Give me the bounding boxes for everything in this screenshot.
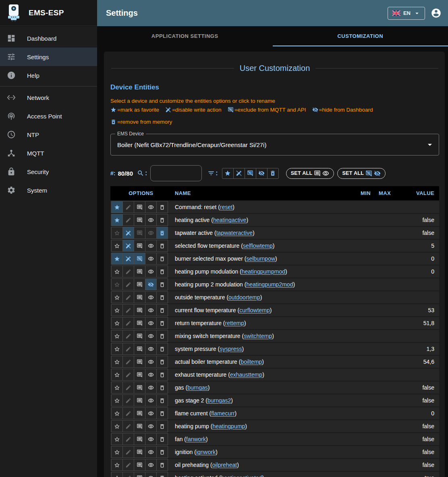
entity-code-link[interactable]: heatingpump2mod — [246, 281, 293, 288]
mqtt-toggle[interactable] — [134, 407, 145, 419]
mqtt-toggle[interactable] — [134, 369, 145, 381]
entity-code-link[interactable]: switchtemp — [244, 333, 272, 339]
favorite-toggle[interactable] — [111, 291, 123, 303]
favorite-toggle[interactable] — [111, 317, 123, 329]
mqtt-toggle[interactable] — [134, 317, 145, 329]
hide-toggle[interactable] — [145, 201, 157, 213]
sidebar-item-access-point[interactable]: Access Point — [0, 107, 97, 125]
mqtt-toggle[interactable] — [134, 330, 145, 342]
write-toggle[interactable] — [122, 240, 134, 252]
tab-customization[interactable]: CUSTOMIZATION — [273, 26, 448, 46]
remove-toggle[interactable] — [156, 201, 168, 213]
remove-toggle[interactable] — [156, 446, 168, 458]
bulk-toggle-comment-off[interactable] — [245, 168, 256, 179]
favorite-toggle[interactable] — [111, 253, 123, 265]
favorite-toggle[interactable] — [111, 330, 123, 342]
entity-code-link[interactable]: oilpreheat — [212, 462, 237, 468]
mqtt-toggle[interactable] — [134, 472, 145, 477]
ems-device-select[interactable]: EMS Device Boiler (Nefit GBx72/Trendline… — [110, 134, 439, 156]
search-input[interactable] — [150, 165, 202, 181]
hide-toggle[interactable] — [145, 446, 157, 458]
mqtt-toggle[interactable] — [134, 356, 145, 368]
favorite-toggle[interactable] — [111, 433, 123, 445]
write-toggle[interactable] — [122, 278, 134, 290]
entity-code-link[interactable]: heatingpump — [212, 423, 245, 429]
entity-code-link[interactable]: burngas2 — [207, 397, 231, 404]
entity-code-link[interactable]: selburnpow — [246, 255, 275, 262]
hide-toggle[interactable] — [145, 343, 157, 355]
hide-toggle[interactable] — [145, 214, 157, 226]
favorite-toggle[interactable] — [111, 382, 123, 394]
entity-code-link[interactable]: exhausttemp — [230, 371, 262, 378]
mqtt-toggle[interactable] — [134, 459, 145, 471]
favorite-toggle[interactable] — [111, 394, 123, 406]
remove-toggle[interactable] — [156, 382, 168, 394]
hide-toggle[interactable] — [145, 240, 157, 252]
remove-toggle[interactable] — [156, 369, 168, 381]
hide-toggle[interactable] — [145, 433, 157, 445]
favorite-toggle[interactable] — [111, 240, 123, 252]
sidebar-item-system[interactable]: System — [0, 181, 97, 199]
hide-toggle[interactable] — [145, 369, 157, 381]
mqtt-toggle[interactable] — [134, 446, 145, 458]
remove-toggle[interactable] — [156, 278, 168, 290]
remove-toggle[interactable] — [156, 304, 168, 316]
hide-toggle[interactable] — [145, 227, 157, 239]
mqtt-toggle[interactable] — [134, 382, 145, 394]
account-icon[interactable] — [431, 8, 442, 19]
hide-toggle[interactable] — [145, 472, 157, 477]
hide-toggle[interactable] — [145, 265, 157, 278]
mqtt-toggle[interactable] — [134, 227, 145, 239]
favorite-toggle[interactable] — [111, 304, 123, 316]
write-toggle[interactable] — [122, 382, 134, 394]
write-toggle[interactable] — [122, 420, 134, 432]
hide-toggle[interactable] — [145, 291, 157, 303]
write-toggle[interactable] — [122, 330, 134, 342]
write-toggle[interactable] — [122, 407, 134, 419]
favorite-toggle[interactable] — [111, 472, 123, 477]
remove-toggle[interactable] — [156, 227, 168, 239]
remove-toggle[interactable] — [156, 356, 168, 368]
sidebar-item-ntp[interactable]: NTP — [0, 125, 97, 144]
entity-code-link[interactable]: heatingactive — [213, 217, 247, 223]
write-toggle[interactable] — [122, 253, 134, 265]
remove-toggle[interactable] — [156, 394, 168, 406]
entity-code-link[interactable]: ignwork — [196, 449, 216, 455]
write-toggle[interactable] — [122, 433, 134, 445]
set-all-hide-button[interactable]: SET ALL — [337, 168, 386, 179]
favorite-toggle[interactable] — [111, 201, 123, 213]
mqtt-toggle[interactable] — [134, 420, 145, 432]
remove-toggle[interactable] — [156, 291, 168, 303]
entity-code-link[interactable]: outdoortemp — [228, 294, 260, 301]
favorite-toggle[interactable] — [111, 407, 123, 419]
mqtt-toggle[interactable] — [134, 433, 145, 445]
mqtt-toggle[interactable] — [134, 214, 145, 226]
write-toggle[interactable] — [122, 265, 134, 278]
bulk-toggle-eye-off[interactable] — [256, 168, 268, 179]
entity-code-link[interactable]: syspress — [220, 346, 242, 352]
mqtt-toggle[interactable] — [134, 343, 145, 355]
entity-code-link[interactable]: selflowtemp — [243, 243, 273, 249]
sidebar-item-mqtt[interactable]: MQTT — [0, 144, 97, 162]
favorite-toggle[interactable] — [111, 446, 123, 458]
remove-toggle[interactable] — [156, 240, 168, 252]
favorite-toggle[interactable] — [111, 356, 123, 368]
mqtt-toggle[interactable] — [134, 394, 145, 406]
sidebar-item-help[interactable]: Help — [0, 66, 97, 85]
write-toggle[interactable] — [122, 369, 134, 381]
hide-toggle[interactable] — [145, 304, 157, 316]
hide-toggle[interactable] — [145, 394, 157, 406]
bulk-toggle-trash-x[interactable] — [267, 168, 279, 179]
entity-code-link[interactable]: tapwateractive — [216, 230, 253, 236]
entity-code-link[interactable]: heatingactivated — [221, 475, 262, 477]
write-toggle[interactable] — [122, 317, 134, 329]
hide-toggle[interactable] — [145, 330, 157, 342]
sidebar-item-settings[interactable]: Settings — [0, 48, 97, 66]
remove-toggle[interactable] — [156, 407, 168, 419]
entity-code-link[interactable]: rettemp — [225, 320, 244, 326]
remove-toggle[interactable] — [156, 343, 168, 355]
favorite-toggle[interactable] — [111, 265, 123, 278]
write-toggle[interactable] — [122, 459, 134, 471]
set-all-show-button[interactable]: SET ALL — [286, 168, 334, 179]
favorite-toggle[interactable] — [111, 420, 123, 432]
